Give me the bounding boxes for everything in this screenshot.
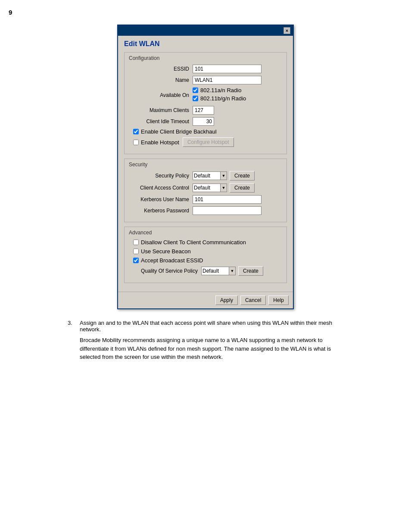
kerberos-pass-label: Kerberos Password [129, 208, 189, 214]
qos-select-group: Default ▼ [201, 267, 236, 275]
cancel-button[interactable]: Cancel [240, 296, 266, 305]
available-on-label: Available On [129, 92, 189, 98]
disallow-row: Disallow Client To Client Commmunication [133, 239, 282, 246]
configuration-section: Configuration ESSID Name Available On [124, 52, 287, 154]
name-input[interactable] [193, 76, 262, 84]
security-policy-select-group: Default ▼ [193, 171, 227, 180]
kerberos-pass-row: Kerberos Password [129, 206, 282, 215]
radio-bgn-checkbox[interactable] [193, 96, 198, 101]
step-3: 3. Assign an and to the WLAN that each a… [68, 320, 352, 333]
radio-an-checkbox[interactable] [193, 87, 198, 93]
radio-an-row: 802.11a/n Radio [193, 87, 246, 93]
dialog-titlebar: × [118, 25, 293, 36]
qos-label: Quality Of Service Policy [129, 268, 198, 274]
step-3-number: 3. [68, 320, 76, 333]
hotspot-checkbox[interactable] [133, 140, 139, 145]
max-clients-label: Maximum Clients [129, 107, 189, 113]
apply-button[interactable]: Apply [215, 296, 238, 305]
broadcast-essid-label: Accept Broadcast ESSID [141, 257, 203, 264]
configuration-legend: Configuration [129, 55, 282, 61]
dialog-close-button[interactable]: × [283, 27, 290, 34]
disallow-label: Disallow Client To Client Commmunication [141, 239, 246, 246]
hotspot-row: Enable Hotspot Configure Hotspot [133, 137, 282, 147]
name-label: Name [129, 77, 189, 83]
client-access-create-button[interactable]: Create [230, 183, 255, 193]
security-policy-select[interactable]: Default [193, 171, 221, 180]
broadcast-essid-row: Accept Broadcast ESSID [133, 257, 282, 264]
disallow-checkbox[interactable] [133, 240, 139, 245]
bridge-backhaul-label: Enable Client Bridge Backhaul [141, 128, 217, 135]
client-access-row: Client Access Control Default ▼ Create [129, 183, 282, 193]
dialog-title: Edit WLAN [124, 40, 287, 48]
available-on-row: Available On 802.11a/n Radio 802.11b/g/n… [129, 87, 282, 103]
radio-bgn-label: 802.11b/g/n Radio [200, 95, 246, 102]
broadcast-essid-checkbox[interactable] [133, 258, 139, 263]
step-3-text: Assign an and to the WLAN that each acce… [80, 320, 352, 333]
max-clients-input[interactable] [193, 106, 214, 115]
security-policy-label: Security Policy [129, 173, 189, 179]
configure-hotspot-button[interactable]: Configure Hotspot [183, 137, 234, 147]
essid-input[interactable] [193, 65, 262, 73]
bridge-backhaul-row: Enable Client Bridge Backhaul [133, 128, 282, 135]
max-clients-row: Maximum Clients [129, 106, 282, 115]
edit-wlan-dialog: × Edit WLAN Configuration ESSID Name [117, 25, 294, 309]
client-access-select-group: Default ▼ [193, 184, 227, 192]
essid-row: ESSID [129, 65, 282, 73]
secure-beacon-label: Use Secure Beacon [141, 248, 191, 255]
essid-label: ESSID [129, 66, 189, 72]
security-section: Security Security Policy Default ▼ Creat… [124, 159, 287, 222]
advanced-section: Advanced Disallow Client To Client Commm… [124, 227, 287, 283]
client-access-select[interactable]: Default [193, 184, 221, 192]
paragraph-1: Brocade Mobility recommends assigning a … [80, 336, 352, 361]
help-button[interactable]: Help [268, 296, 289, 305]
security-policy-arrow[interactable]: ▼ [220, 171, 227, 180]
client-access-arrow[interactable]: ▼ [220, 184, 227, 192]
kerberos-user-input[interactable] [193, 195, 262, 204]
dialog-footer: Apply Cancel Help [118, 292, 293, 308]
security-policy-create-button[interactable]: Create [230, 171, 255, 180]
qos-arrow[interactable]: ▼ [229, 267, 236, 275]
radio-bgn-row: 802.11b/g/n Radio [193, 95, 246, 102]
security-policy-row: Security Policy Default ▼ Create [129, 171, 282, 180]
page-number: 9 [9, 9, 402, 16]
dialog-body: Edit WLAN Configuration ESSID Name Avail… [118, 36, 293, 292]
security-legend: Security [129, 162, 282, 168]
advanced-legend: Advanced [129, 230, 282, 236]
qos-select[interactable]: Default [201, 267, 229, 275]
idle-timeout-input[interactable] [193, 117, 214, 126]
bridge-backhaul-checkbox[interactable] [133, 129, 139, 134]
secure-beacon-row: Use Secure Beacon [133, 248, 282, 255]
secure-beacon-checkbox[interactable] [133, 249, 139, 254]
qos-row: Quality Of Service Policy Default ▼ Crea… [129, 266, 282, 276]
name-row: Name [129, 76, 282, 84]
idle-timeout-row: Client Idle Timeout [129, 117, 282, 126]
kerberos-user-row: Kerberos User Name [129, 195, 282, 204]
idle-timeout-label: Client Idle Timeout [129, 118, 189, 124]
kerberos-pass-input[interactable] [193, 206, 262, 215]
kerberos-user-label: Kerberos User Name [129, 196, 189, 202]
body-text: 3. Assign an and to the WLAN that each a… [59, 320, 352, 361]
hotspot-label: Enable Hotspot [141, 139, 179, 146]
qos-create-button[interactable]: Create [238, 266, 263, 276]
client-access-label: Client Access Control [129, 185, 189, 191]
radio-an-label: 802.11a/n Radio [200, 87, 241, 93]
